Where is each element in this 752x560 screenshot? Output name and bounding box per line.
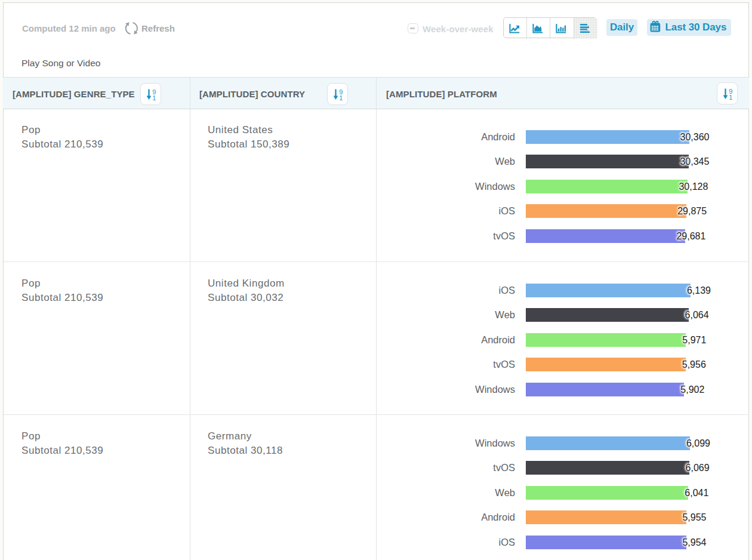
svg-text:1: 1 [152,94,156,101]
svg-text:1: 1 [339,94,343,101]
svg-text:1: 1 [729,94,732,101]
